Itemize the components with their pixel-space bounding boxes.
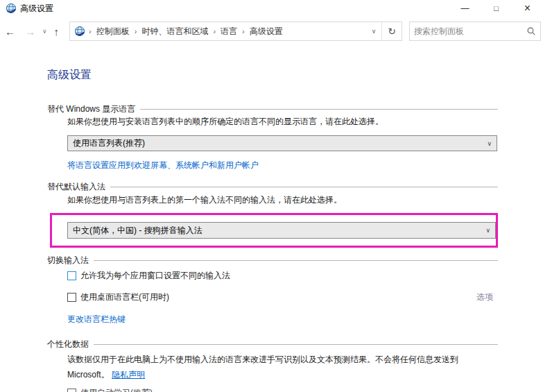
per-app-input-method-checkbox-row[interactable]: 允许我为每个应用窗口设置不同的输入法 [67,271,498,281]
microsoft-text: Microsoft。 [67,370,110,380]
default-input-method-dropdown[interactable]: 中文(简体，中国) - 搜狗拼音输入法 ∨ [67,222,496,239]
section-divider [140,109,498,110]
search-icon[interactable] [526,26,536,36]
search-input[interactable] [414,26,526,36]
section-display-language: 替代 Windows 显示语言 [47,104,498,114]
change-language-bar-hotkeys-link[interactable]: 更改语言栏热键 [67,314,126,324]
navigation-bar: ← → ∨ ↑ › 控制面板 › 时钟、语言和区域 › 语言 › 高级设置 ∨ … [0,21,543,42]
display-language-description: 如果你想使用与安装语言列表中的顺序所确定的语言不同的显示语言，请在此处选择。 [67,116,498,126]
recent-pages-chevron-icon[interactable]: ∨ [40,28,49,35]
section-title: 替代默认输入法 [47,181,105,193]
dropdown-value: 中文(简体，中国) - 搜狗拼音输入法 [73,225,481,237]
checkbox-label: 使用桌面语言栏(可用时) [80,291,169,303]
checkbox-label: 允许我为每个应用窗口设置不同的输入法 [80,270,230,282]
refresh-icon[interactable]: ↻ [381,22,402,40]
dropdown-value: 使用语言列表(推荐) [73,137,483,149]
chevron-down-icon: ∨ [483,140,492,147]
maximize-button[interactable]: □ [481,0,512,17]
section-divider [94,260,498,261]
section-switching-input-methods: 切换输入法 [47,255,498,266]
display-language-dropdown[interactable]: 使用语言列表(推荐) ∨ [67,135,497,151]
checkbox-label: 使用自动学习(推荐) [80,387,153,392]
window-controls: — □ × [449,0,543,17]
section-title: 个性化数据 [47,339,89,350]
minimize-button[interactable]: — [449,0,481,17]
back-button[interactable]: ← [0,26,20,37]
page-title: 高级设置 [47,68,498,82]
title-bar: 高级设置 — □ × [0,0,543,17]
section-personalization-data: 个性化数据 [47,339,498,350]
address-bar[interactable]: › 控制面板 › 时钟、语言和区域 › 语言 › 高级设置 ∨ ↻ [69,22,402,41]
main-content: 高级设置 替代 Windows 显示语言 如果你想使用与安装语言列表中的顺序所确… [47,62,498,392]
search-box [409,22,541,41]
annotation-highlight-box: 中文(简体，中国) - 搜狗拼音输入法 ∨ [50,213,498,248]
personalization-description: 该数据仅用于在此电脑上为不使用输入法的语言来改进手写识别以及文本预测结果。不会将… [67,352,498,382]
section-divider [94,344,498,345]
options-link[interactable]: 选项 [476,291,493,303]
checkbox-unchecked-icon[interactable] [67,271,76,280]
close-button[interactable]: × [512,0,543,17]
window-title: 高级设置 [20,3,53,15]
checkbox-unchecked-icon[interactable] [67,293,76,302]
language-bar-row: 使用桌面语言栏(可用时) 选项 [67,291,493,303]
up-button[interactable]: ↑ [49,26,64,37]
section-title: 切换输入法 [47,255,89,266]
forward-button[interactable]: → [20,26,40,37]
breadcrumb-control-panel[interactable]: 控制面板 [92,26,134,37]
chevron-down-icon: ∨ [481,227,490,234]
section-title: 替代 Windows 显示语言 [47,103,135,115]
automatic-learning-checkbox-row[interactable]: 使用自动学习(推荐) [67,387,498,392]
apply-language-settings-link[interactable]: 将语言设置应用到欢迎屏幕、系统帐户和新用户帐户 [67,160,259,170]
personalization-description-line2: Microsoft。 隐私声明 [67,367,498,382]
section-divider [110,187,498,187]
personalization-description-line1: 该数据仅用于在此电脑上为不使用输入法的语言来改进手写识别以及文本预测结果。不会将… [67,352,498,367]
breadcrumb-advanced-settings[interactable]: 高级设置 [245,26,287,37]
default-input-method-description: 如果你想使用与语言列表上的第一个输入法不同的输入法，请在此处选择。 [67,194,498,205]
address-history-chevron-icon[interactable]: ∨ [366,28,382,35]
language-globe-icon [6,3,17,14]
section-default-input-method: 替代默认输入法 [47,182,498,192]
language-globe-icon [74,26,85,37]
checkbox-unchecked-icon[interactable] [67,389,76,392]
privacy-statement-link[interactable]: 隐私声明 [112,370,145,380]
breadcrumb-language[interactable]: 语言 [216,26,241,37]
desktop-language-bar-checkbox-row[interactable]: 使用桌面语言栏(可用时) [67,292,169,302]
breadcrumb-clock-language-region[interactable]: 时钟、语言和区域 [137,26,212,37]
